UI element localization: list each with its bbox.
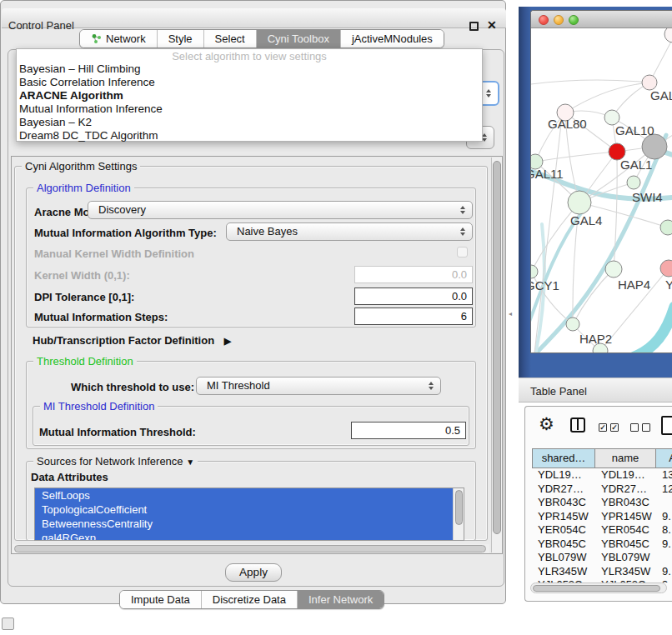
table-row[interactable]: YER054CYER054C8. bbox=[532, 523, 672, 538]
algorithm-option[interactable]: Basic Correlation Inference bbox=[17, 76, 482, 89]
gear-icon[interactable]: ⚙ bbox=[539, 414, 554, 434]
column-header-2[interactable]: name bbox=[595, 448, 656, 468]
float-window-icon[interactable] bbox=[469, 22, 479, 31]
tab-style[interactable]: Style bbox=[157, 30, 203, 48]
network-graph-canvas[interactable]: GALGAL80GAL10GAL1GAL11SWI4GAL4GCY1HAP4YH… bbox=[531, 28, 672, 353]
close-traffic-light-icon[interactable] bbox=[539, 15, 549, 25]
table-row[interactable]: YPR145WYPR145W9. bbox=[532, 510, 672, 524]
tab-jactivemnodules[interactable]: jActiveMNodules bbox=[340, 30, 444, 48]
list-scrollbar-thumb[interactable] bbox=[455, 490, 463, 525]
table-row[interactable]: YDL19…YDL19…13 bbox=[532, 468, 672, 482]
data-attribute-item[interactable]: gal4RGexp bbox=[35, 531, 454, 541]
table-cell: YER054C bbox=[532, 523, 595, 538]
node-Y-pink[interactable] bbox=[660, 260, 672, 277]
file-icon[interactable] bbox=[661, 416, 672, 435]
node-cut-top[interactable] bbox=[664, 28, 672, 42]
tab-label: Style bbox=[168, 32, 193, 45]
network-window-titlebar[interactable] bbox=[531, 11, 672, 28]
data-attribute-item[interactable]: BetweennessCentrality bbox=[35, 517, 454, 531]
hub-section-label[interactable]: Hub/Transcription Factor Definition ▶ bbox=[33, 334, 231, 347]
kernel-width-field[interactable]: 0.0 bbox=[354, 266, 473, 283]
which-threshold-value: MI Threshold bbox=[207, 379, 270, 392]
control-panel-titlebar[interactable]: Control Panel ✕ bbox=[2, 8, 506, 28]
algorithm-option[interactable]: Bayesian – K2 bbox=[17, 116, 482, 129]
data-attribute-item[interactable]: TopologicalCoefficient bbox=[35, 502, 454, 517]
threshold-definition-title: Threshold Definition bbox=[33, 355, 137, 368]
node-label-GCY1: GCY1 bbox=[531, 278, 559, 292]
graph-edge[interactable] bbox=[573, 269, 614, 324]
unchecked-box-icon[interactable] bbox=[630, 423, 639, 432]
sources-group-title[interactable]: Sources for Network Inference ▼ bbox=[33, 455, 198, 468]
table-cell: YLR345W bbox=[532, 565, 595, 579]
node-SWI4[interactable] bbox=[627, 176, 640, 189]
column-header-1[interactable]: shared… bbox=[532, 448, 595, 468]
graph-edge[interactable] bbox=[531, 80, 649, 84]
table-cell: YBL079W bbox=[595, 551, 656, 565]
dpi-tolerance-field[interactable]: 0.0 bbox=[354, 288, 473, 305]
node-green-r[interactable] bbox=[660, 220, 672, 235]
table-panel-titlebar[interactable]: Table Panel bbox=[519, 378, 672, 402]
manual-kernel-width-checkbox[interactable] bbox=[457, 247, 468, 258]
tab-impute-data[interactable]: Impute Data bbox=[120, 591, 201, 608]
minimize-traffic-light-icon[interactable] bbox=[554, 15, 564, 25]
node-HAP2[interactable] bbox=[566, 318, 579, 331]
aracne-mode-select[interactable]: Discovery bbox=[88, 201, 473, 219]
node-label-GAL1: GAL1 bbox=[620, 158, 652, 172]
mi-algorithm-type-select[interactable]: Naive Bayes bbox=[226, 222, 473, 241]
hub-section-text: Hub/Transcription Factor Definition bbox=[33, 334, 214, 347]
node-GAL4[interactable] bbox=[568, 191, 591, 214]
unchecked-box-icon[interactable] bbox=[642, 423, 650, 432]
graph-edge[interactable] bbox=[535, 152, 617, 162]
node-gray-hub[interactable] bbox=[642, 134, 667, 159]
checked-box-icon[interactable]: ✓ bbox=[610, 423, 619, 432]
graph-edge[interactable] bbox=[565, 82, 649, 112]
vertical-scrollbar[interactable] bbox=[491, 158, 502, 552]
mi-threshold-field[interactable]: 0.5 bbox=[351, 422, 466, 439]
tab-network[interactable]: Network bbox=[80, 30, 157, 48]
split-columns-icon[interactable] bbox=[570, 418, 585, 432]
table-row[interactable]: YBR043CYBR043C bbox=[532, 496, 672, 510]
expand-arrow-icon[interactable]: ▶ bbox=[224, 336, 231, 346]
apply-button[interactable]: Apply bbox=[225, 563, 282, 582]
data-attribute-item[interactable]: SelfLoops bbox=[35, 488, 454, 502]
node-GCY1[interactable] bbox=[531, 265, 538, 278]
collapse-arrow-icon[interactable]: ▼ bbox=[186, 458, 194, 467]
collapsed-panel-icon[interactable] bbox=[2, 618, 14, 630]
table-horizontal-scrollbar[interactable] bbox=[530, 582, 667, 593]
tab-infer-network[interactable]: Infer Network bbox=[297, 591, 384, 608]
algorithm-option[interactable]: Mutual Information Inference bbox=[17, 102, 482, 116]
table-row[interactable]: YBR045CYBR045C9. bbox=[532, 538, 672, 552]
close-icon[interactable]: ✕ bbox=[487, 18, 497, 32]
algorithm-dropdown-popup: Select algorithm to view settings Bayesi… bbox=[16, 48, 483, 142]
tab-label: Cyni Toolbox bbox=[268, 32, 329, 45]
graph-edge[interactable] bbox=[634, 307, 672, 353]
horizontal-scrollbar-thumb[interactable] bbox=[14, 545, 486, 552]
checked-box-icon[interactable]: ✓ bbox=[599, 423, 607, 432]
algorithm-option[interactable]: Dream8 DC_TDC Algorithm bbox=[17, 129, 482, 142]
tab-cyni-toolbox[interactable]: Cyni Toolbox bbox=[256, 30, 340, 48]
table-panel-body: ⚙ ✓ ✓ shared…nameA YDL19…YDL19…13YDR27…Y… bbox=[524, 406, 672, 602]
node-HAP4[interactable] bbox=[605, 261, 622, 278]
node-label-GAL10: GAL10 bbox=[615, 123, 654, 138]
table-scrollbar-thumb[interactable] bbox=[533, 585, 660, 592]
horizontal-scrollbar[interactable] bbox=[13, 544, 489, 553]
zoom-traffic-light-icon[interactable] bbox=[569, 15, 579, 25]
table-rows: YDL19…YDL19…13YDR27…YDR27…12YBR043CYBR04… bbox=[532, 468, 672, 582]
table-header-row: shared…nameA bbox=[532, 448, 672, 468]
column-header-3[interactable]: A bbox=[656, 448, 672, 468]
tab-select[interactable]: Select bbox=[203, 30, 256, 48]
data-attributes-list[interactable]: SelfLoopsTopologicalCoefficientBetweenne… bbox=[34, 488, 464, 541]
graph-edge[interactable] bbox=[534, 117, 562, 353]
table-cell: YBR043C bbox=[532, 496, 595, 510]
tab-discretize-data[interactable]: Discretize Data bbox=[201, 591, 297, 608]
table-row[interactable]: YBL079WYBL079W bbox=[532, 551, 672, 565]
algorithm-option[interactable]: ARACNE Algorithm bbox=[17, 89, 482, 102]
table-row[interactable]: YLR345WYLR345W9. bbox=[532, 565, 672, 579]
list-vertical-scrollbar[interactable] bbox=[453, 488, 464, 540]
vertical-scrollbar-thumb[interactable] bbox=[493, 161, 501, 534]
which-threshold-select[interactable]: MI Threshold bbox=[196, 377, 441, 395]
algorithm-option[interactable]: Bayesian – Hill Climbing bbox=[17, 62, 482, 76]
split-pane-handle-icon[interactable]: ◂ bbox=[509, 310, 514, 317]
table-row[interactable]: YDR27…YDR27…12 bbox=[532, 482, 672, 497]
mi-steps-field[interactable]: 6 bbox=[354, 308, 473, 325]
